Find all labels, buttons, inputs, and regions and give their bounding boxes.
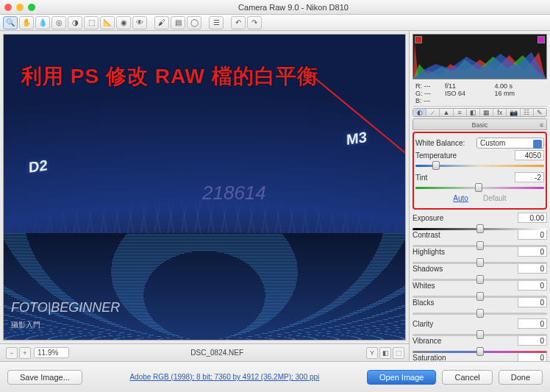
zoom-window-icon[interactable]	[28, 4, 35, 11]
image-preview[interactable]: D2 M3 218614 FOTO|BEGINNER 攝影入門 利用 PS 修改…	[3, 34, 406, 341]
tint-input[interactable]: -2	[515, 172, 544, 182]
highlights-input[interactable]: 0	[518, 246, 547, 257]
bottom-bar: Save Image... Adobe RGB (1998); 8 bit; 7…	[0, 361, 550, 392]
saturation-label: Saturation	[413, 354, 518, 362]
saturation-input[interactable]: 0	[518, 352, 547, 361]
preview-mode-1-icon[interactable]: Y	[366, 347, 378, 359]
zoom-tool-icon[interactable]: 🔍	[3, 16, 18, 29]
window-title: Camera Raw 9.0 - Nikon D810	[41, 3, 546, 12]
readout-focal: 16 mm	[495, 90, 545, 97]
target-adjust-tool-icon[interactable]: ◑	[68, 16, 82, 29]
open-image-button[interactable]: Open Image	[367, 370, 437, 385]
spot-removal-tool-icon[interactable]: ◉	[116, 16, 131, 29]
graduated-filter-tool-icon[interactable]: ▤	[171, 16, 185, 29]
preview-mode-3-icon[interactable]: ⬚	[393, 347, 404, 359]
zoom-in-icon[interactable]: +	[19, 347, 31, 359]
radial-filter-tool-icon[interactable]: ◯	[187, 16, 201, 29]
tint-label: Tint	[415, 174, 515, 182]
preview-pane: D2 M3 218614 FOTO|BEGINNER 攝影入門 利用 PS 修改…	[0, 31, 409, 361]
info-readout: R: --- f/11 4.00 s G: --- ISO 64 16 mm B…	[413, 81, 547, 107]
tab-fx-icon[interactable]: fx	[493, 109, 507, 116]
wb-select[interactable]: Custom	[476, 138, 544, 149]
vibrance-input[interactable]: 0	[518, 335, 547, 346]
done-button[interactable]: Done	[499, 370, 543, 385]
tab-camera-icon[interactable]: 📷	[507, 109, 520, 116]
panel-title: Basic	[413, 118, 547, 130]
temperature-label: Temperature	[415, 152, 515, 160]
shadow-clipping-icon[interactable]	[415, 36, 422, 43]
blacks-label: Blacks	[413, 299, 518, 307]
readout-iso: ISO 64	[445, 90, 495, 97]
blacks-input[interactable]: 0	[518, 297, 547, 307]
color-sampler-tool-icon[interactable]: ◎	[51, 16, 66, 29]
shadows-label: Shadows	[413, 265, 518, 273]
tab-detail-icon[interactable]: ▲	[440, 109, 453, 116]
readout-aperture: f/11	[445, 82, 495, 90]
auto-link[interactable]: Auto	[453, 194, 468, 202]
exposure-input[interactable]: 0.00	[518, 213, 547, 223]
panel-tabs: ◐ ⟋ ▲ ≡ ◧ ▦ fx 📷 ☷ ✎	[413, 108, 547, 117]
readout-g: G: ---	[415, 90, 445, 97]
readout-shutter: 4.00 s	[495, 82, 545, 90]
main-toolbar: 🔍 ✋ 💧 ◎ ◑ ⬚ 📐 ◉ 👁 🖌 ▤ ◯ ☰ ↶ ↷	[0, 15, 550, 31]
readout-r: R: ---	[415, 82, 445, 90]
zoom-out-icon[interactable]: −	[6, 347, 18, 359]
whites-label: Whites	[413, 282, 518, 290]
temperature-input[interactable]: 4050	[515, 150, 544, 160]
histogram[interactable]	[413, 34, 547, 79]
svg-line-0	[311, 75, 406, 169]
straighten-tool-icon[interactable]: 📐	[100, 16, 115, 29]
tab-curve-icon[interactable]: ⟋	[426, 109, 440, 116]
tab-basic-icon[interactable]: ◐	[413, 109, 426, 116]
rotate-ccw-icon[interactable]: ↶	[231, 16, 246, 29]
window-titlebar: Camera Raw 9.0 - Nikon D810	[0, 0, 550, 15]
minimize-window-icon[interactable]	[16, 4, 24, 11]
preferences-icon[interactable]: ☰	[209, 16, 224, 29]
tab-hsl-icon[interactable]: ≡	[454, 109, 467, 116]
rotate-cw-icon[interactable]: ↷	[247, 16, 262, 29]
highlight-clipping-icon[interactable]	[538, 36, 545, 43]
save-image-button[interactable]: Save Image...	[7, 370, 82, 385]
tab-presets-icon[interactable]: ☷	[521, 109, 534, 116]
annotation-text: 利用 PS 修改 RAW 檔的白平衡	[21, 63, 318, 90]
white-balance-tool-icon[interactable]: 💧	[35, 16, 50, 29]
preview-status-bar: − + 11.9% DSC_0824.NEF Y ◧ ⬚	[0, 343, 409, 361]
clarity-label: Clarity	[413, 320, 518, 328]
crop-tool-icon[interactable]: ⬚	[84, 16, 99, 29]
redeye-tool-icon[interactable]: 👁	[132, 16, 147, 29]
wb-label: White Balance:	[415, 139, 476, 147]
exposure-label: Exposure	[413, 214, 518, 222]
clarity-input[interactable]: 0	[518, 318, 547, 329]
highlights-label: Highlights	[413, 248, 518, 256]
tab-snapshots-icon[interactable]: ✎	[534, 109, 546, 116]
workflow-options-link[interactable]: Adobe RGB (1998); 8 bit; 7360 by 4912 (3…	[88, 373, 361, 381]
whites-input[interactable]: 0	[518, 280, 547, 291]
readout-b: B: ---	[415, 97, 445, 104]
temperature-slider[interactable]	[415, 162, 544, 169]
adjustments-panel: R: --- f/11 4.00 s G: --- ISO 64 16 mm B…	[409, 31, 550, 361]
zoom-level-select[interactable]: 11.9%	[34, 347, 69, 358]
cancel-button[interactable]: Cancel	[442, 370, 492, 385]
tab-lens-icon[interactable]: ▦	[480, 109, 493, 116]
close-window-icon[interactable]	[4, 4, 12, 11]
filename-label: DSC_0824.NEF	[69, 349, 365, 357]
contrast-input[interactable]: 0	[518, 229, 547, 240]
default-link[interactable]: Default	[483, 194, 507, 202]
tint-slider[interactable]	[415, 184, 544, 191]
adjustment-brush-tool-icon[interactable]: 🖌	[154, 16, 169, 29]
annotation-arrow	[311, 75, 406, 169]
vibrance-label: Vibrance	[413, 337, 518, 345]
shadows-input[interactable]: 0	[518, 263, 547, 274]
hand-tool-icon[interactable]: ✋	[19, 16, 34, 29]
wb-highlight-box: White Balance: Custom Temperature 4050 T…	[413, 132, 547, 210]
tab-split-icon[interactable]: ◧	[467, 109, 480, 116]
contrast-label: Contrast	[413, 231, 518, 239]
preview-mode-2-icon[interactable]: ◧	[379, 347, 391, 359]
